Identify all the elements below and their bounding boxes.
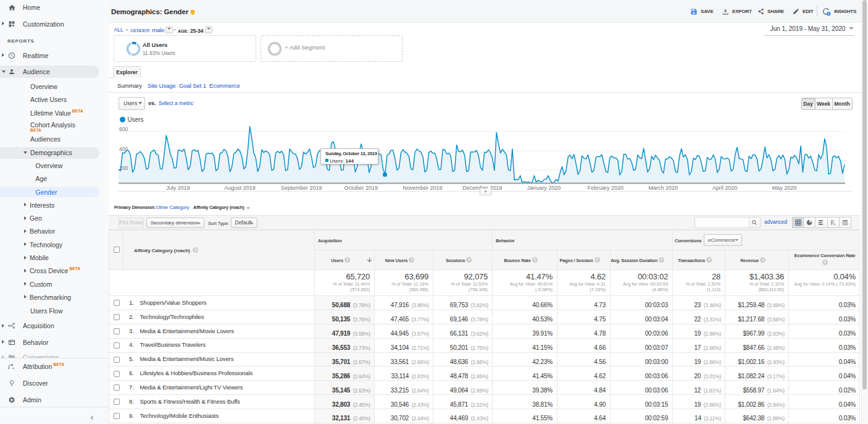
svg-text:400: 400 [119, 146, 128, 152]
svg-text:April 2020: April 2020 [712, 185, 738, 191]
svg-text:November 2019: November 2019 [403, 185, 443, 191]
svg-text:May 2020: May 2020 [772, 185, 797, 191]
svg-text:October 2019: October 2019 [344, 185, 378, 191]
svg-text:August 2019: August 2019 [224, 185, 256, 191]
svg-text:February 2020: February 2020 [588, 185, 624, 191]
svg-text:September 2019: September 2019 [281, 185, 322, 191]
svg-text:600: 600 [119, 126, 128, 132]
svg-text:200: 200 [119, 165, 128, 171]
svg-text:July 2019: July 2019 [166, 185, 190, 191]
svg-text:January 2020: January 2020 [527, 185, 561, 191]
svg-text:March 2020: March 2020 [648, 185, 678, 191]
